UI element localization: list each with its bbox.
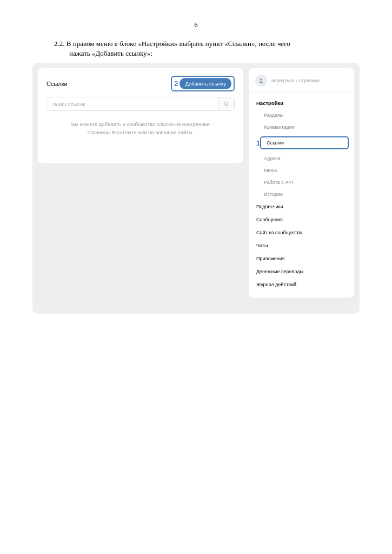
help-line1: Вы можете добавить в сообщество ссылки н… [57,121,224,128]
instruction-line2: нажать «Добавить ссылку»: [54,49,343,58]
sidebar-item-messages[interactable]: Сообщения [249,213,354,226]
search-icon [223,101,229,107]
help-text: Вы можете добавить в сообщество ссылки н… [46,121,235,136]
sidebar-item-addresses[interactable]: Адреса [249,153,354,164]
links-title: Ссылки [46,81,68,87]
sidebar: вернуться к странице Настройки Разделы К… [249,68,354,298]
search-row [46,97,235,111]
sidebar-item-api[interactable]: Работа с API [249,176,354,188]
sidebar-item-transfers[interactable]: Денежные переводы [249,265,354,278]
main-header: Ссылки 2 Добавить ссылку [46,76,235,91]
help-line2: страницы ВКонтакте или на внешние сайты. [57,129,224,136]
back-avatar [255,75,267,87]
svg-line-1 [227,105,228,106]
instruction-line1: 2.2. В правом меню в блоке «Настройки» в… [54,39,343,49]
search-button[interactable] [218,97,234,110]
sidebar-item-site[interactable]: Сайт из сообщества [249,226,354,239]
sidebar-item-subscribers[interactable]: Подписчики [249,200,354,213]
settings-header: Настройки [249,97,354,109]
back-to-page[interactable]: вернуться к странице [249,75,354,93]
callout-number-2: 2 [174,80,178,88]
svg-point-0 [224,102,227,105]
sidebar-item-menu[interactable]: Меню [249,164,354,176]
callout-2: 2 Добавить ссылку [171,76,235,91]
sidebar-item-links[interactable]: 1 Ссылки [249,133,354,153]
sidebar-item-journal[interactable]: Журнал действий [249,278,354,291]
instruction-text: 2.2. В правом меню в блоке «Настройки» в… [0,39,392,63]
add-link-button[interactable]: Добавить ссылку [180,78,231,89]
sidebar-item-comments[interactable]: Комментарии [249,121,354,133]
screenshot: Ссылки 2 Добавить ссылку Вы можете добав… [32,63,360,314]
back-label: вернуться к странице [271,78,320,83]
links-active-box: Ссылки [260,136,349,149]
callout-number-1: 1 [256,139,260,147]
sidebar-item-chats[interactable]: Чаты [249,239,354,252]
main-panel: Ссылки 2 Добавить ссылку Вы можете добав… [38,68,243,163]
sidebar-item-apps[interactable]: Приложения [249,252,354,265]
sidebar-item-stories[interactable]: Истории [249,188,354,200]
search-input[interactable] [47,97,218,110]
sidebar-item-sections[interactable]: Разделы [249,109,354,121]
people-icon [258,77,264,84]
page-number: 6 [0,0,392,39]
